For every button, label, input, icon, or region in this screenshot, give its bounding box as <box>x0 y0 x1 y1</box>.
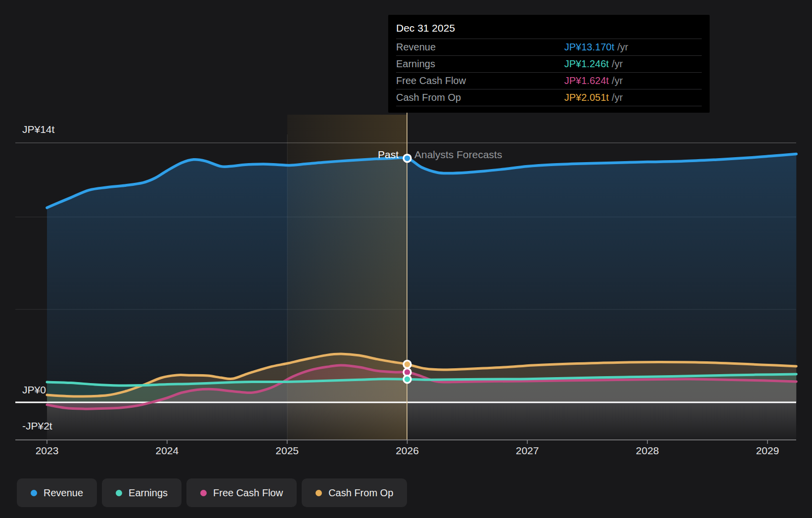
free-cash-flow-dot-icon <box>200 490 207 496</box>
legend-item-revenue[interactable]: Revenue <box>17 478 97 507</box>
legend-label: Earnings <box>129 487 168 499</box>
tooltip-row-earnings: Earnings JP¥1.246t /yr <box>396 55 702 72</box>
tooltip-label: Revenue <box>396 42 564 53</box>
cash-from-op-dot-icon <box>316 490 322 496</box>
revenue-dot-icon <box>31 490 37 496</box>
x-axis-label-2029: 2029 <box>756 445 779 457</box>
tooltip-label: Earnings <box>396 58 564 70</box>
series-fills <box>47 154 796 409</box>
marker-revenue <box>404 155 411 162</box>
financials-forecast-chart: JP¥14t JP¥0 -JP¥2t 202320242025202620272… <box>0 0 812 518</box>
x-axis-label-2026: 2026 <box>396 445 419 457</box>
x-axis-label-2023: 2023 <box>36 445 59 457</box>
tooltip-value: JP¥2.051t <box>564 92 609 103</box>
legend-item-earnings[interactable]: Earnings <box>102 478 181 507</box>
x-axis-label-2025: 2025 <box>275 445 299 457</box>
tooltip-label: Cash From Op <box>396 92 564 103</box>
tooltip: Dec 31 2025 Revenue JP¥13.170t /yr Earni… <box>388 15 710 113</box>
legend-label: Cash From Op <box>328 487 393 499</box>
tooltip-value: JP¥1.624t <box>564 75 609 86</box>
past-label: Past <box>378 149 399 161</box>
tooltip-suffix: /yr <box>612 58 623 70</box>
legend-item-free-cash-flow[interactable]: Free Cash Flow <box>186 478 297 507</box>
legend-item-cash-from-op[interactable]: Cash From Op <box>302 478 407 507</box>
legend-label: Revenue <box>44 487 83 499</box>
tooltip-value: JP¥13.170t <box>564 42 614 53</box>
tooltip-suffix: /yr <box>612 75 623 86</box>
x-axis-label-2024: 2024 <box>155 445 179 457</box>
marker-earnings <box>404 376 411 383</box>
x-axis-ticks <box>47 440 767 444</box>
legend: Revenue Earnings Free Cash Flow Cash Fro… <box>17 478 407 507</box>
tooltip-row-cash-from-op: Cash From Op JP¥2.051t /yr <box>396 89 702 106</box>
tooltip-suffix: /yr <box>612 92 623 103</box>
tooltip-row-revenue: Revenue JP¥13.170t /yr <box>396 39 702 55</box>
negative-region-shading <box>47 402 796 440</box>
earnings-dot-icon <box>116 490 122 496</box>
legend-label: Free Cash Flow <box>213 487 283 499</box>
marker-cash-from-op <box>404 361 411 368</box>
x-axis-label-2028: 2028 <box>636 445 659 457</box>
x-axis-label-2027: 2027 <box>516 445 539 457</box>
tooltip-row-free-cash-flow: Free Cash Flow JP¥1.624t /yr <box>396 72 702 89</box>
y-axis-label-14t: JP¥14t <box>22 124 54 135</box>
tooltip-label: Free Cash Flow <box>396 75 564 86</box>
tooltip-suffix: /yr <box>617 42 628 53</box>
tooltip-date: Dec 31 2025 <box>396 21 702 39</box>
analysts-forecasts-label: Analysts Forecasts <box>414 149 502 161</box>
y-axis-label-0: JP¥0 <box>22 384 46 396</box>
tooltip-value: JP¥1.246t <box>564 58 609 70</box>
y-axis-label-neg2: -JP¥2t <box>22 420 52 432</box>
